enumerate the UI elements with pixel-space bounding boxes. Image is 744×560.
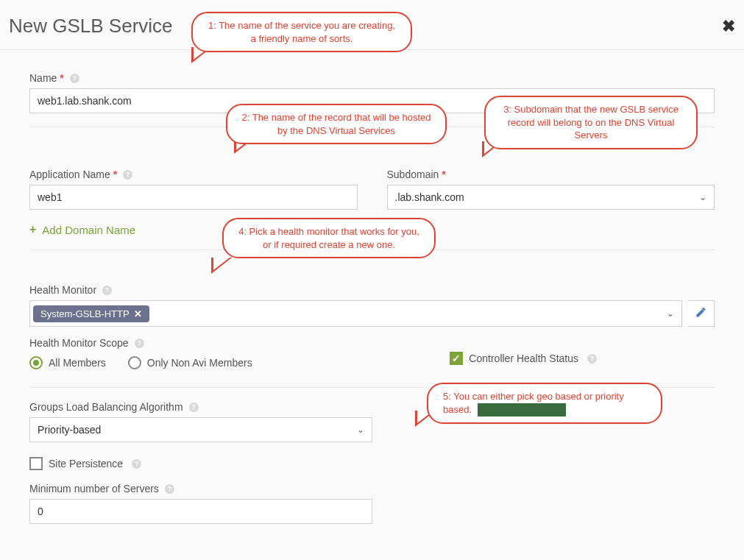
help-icon[interactable]: ? bbox=[102, 286, 112, 295]
controller-health-checkbox[interactable]: ✓ Controller Health Status ? bbox=[450, 352, 597, 365]
chevron-down-icon: ⌄ bbox=[357, 425, 364, 435]
hm-scope-nonavi-radio[interactable]: Only Non Avi Members bbox=[128, 356, 252, 369]
help-icon[interactable]: ? bbox=[165, 484, 174, 494]
pencil-icon bbox=[695, 307, 706, 320]
help-icon[interactable]: ? bbox=[189, 403, 199, 412]
help-icon[interactable]: ? bbox=[70, 74, 79, 83]
annotation-2: 2: The name of the record that will be h… bbox=[226, 104, 447, 144]
help-icon[interactable]: ? bbox=[132, 459, 141, 469]
app-name-label: Application Name bbox=[29, 169, 110, 180]
application-name-field[interactable] bbox=[29, 185, 358, 210]
health-monitor-select[interactable]: System-GSLB-HTTP ✕ ⌄ bbox=[29, 300, 682, 327]
required-asterisk: * bbox=[113, 169, 117, 180]
required-asterisk: * bbox=[60, 72, 63, 84]
chevron-down-icon: ⌄ bbox=[667, 308, 674, 319]
radio-label: Only Non Avi Members bbox=[147, 357, 252, 369]
name-label: Name bbox=[29, 72, 57, 84]
group-lb-label: Groups Load Balancing Algorithm bbox=[29, 401, 183, 413]
radio-off-icon bbox=[128, 356, 141, 369]
chip-label: System-GSLB-HTTP bbox=[40, 308, 130, 319]
min-servers-field[interactable] bbox=[29, 499, 372, 524]
help-icon[interactable]: ? bbox=[123, 170, 132, 180]
annotation-1: 1: The name of the service you are creat… bbox=[191, 12, 412, 52]
annotation-5: 5: You can either pick geo based or prio… bbox=[427, 383, 662, 424]
required-asterisk: * bbox=[442, 169, 445, 180]
plus-icon: + bbox=[29, 223, 36, 236]
close-icon[interactable]: ✖ bbox=[722, 17, 735, 36]
annotation-4-pointer bbox=[211, 258, 232, 274]
radio-on-icon bbox=[29, 356, 43, 369]
checkbox-off-icon bbox=[29, 457, 43, 470]
health-monitor-label: Health Monitor bbox=[29, 284, 96, 296]
site-persistence-label: Site Persistence bbox=[49, 458, 123, 469]
help-icon[interactable]: ? bbox=[587, 354, 597, 364]
redaction-box bbox=[478, 403, 566, 417]
hm-scope-label: Health Monitor Scope bbox=[29, 337, 129, 349]
site-persistence-checkbox[interactable]: Site Persistence ? bbox=[29, 457, 141, 470]
subdomain-label: Subdomain bbox=[387, 169, 439, 180]
controller-health-label: Controller Health Status bbox=[469, 352, 578, 364]
chip-remove-icon[interactable]: ✕ bbox=[134, 308, 142, 319]
checkbox-on-icon: ✓ bbox=[450, 352, 463, 365]
health-monitor-edit-button[interactable] bbox=[688, 300, 715, 327]
annotation-4: 4: Pick a health monitor that works for … bbox=[222, 218, 436, 258]
subdomain-select[interactable]: .lab.shank.com ⌄ bbox=[387, 185, 715, 210]
add-domain-name-button[interactable]: + Add Domain Name bbox=[29, 223, 135, 236]
add-domain-label: Add Domain Name bbox=[42, 224, 135, 236]
hm-scope-all-radio[interactable]: All Members bbox=[29, 356, 106, 369]
subdomain-value: .lab.shank.com bbox=[395, 191, 464, 203]
group-lb-select[interactable]: Priority-based ⌄ bbox=[29, 417, 372, 442]
group-lb-value: Priority-based bbox=[38, 424, 101, 436]
annotation-3: 3: Subdomain that the new GSLB service r… bbox=[484, 96, 698, 149]
page-title: New GSLB Service bbox=[9, 15, 173, 38]
min-servers-label: Minimum number of Servers bbox=[29, 483, 159, 495]
health-monitor-chip: System-GSLB-HTTP ✕ bbox=[33, 305, 149, 322]
chevron-down-icon: ⌄ bbox=[699, 192, 706, 202]
radio-label: All Members bbox=[49, 357, 106, 369]
help-icon[interactable]: ? bbox=[135, 339, 144, 348]
